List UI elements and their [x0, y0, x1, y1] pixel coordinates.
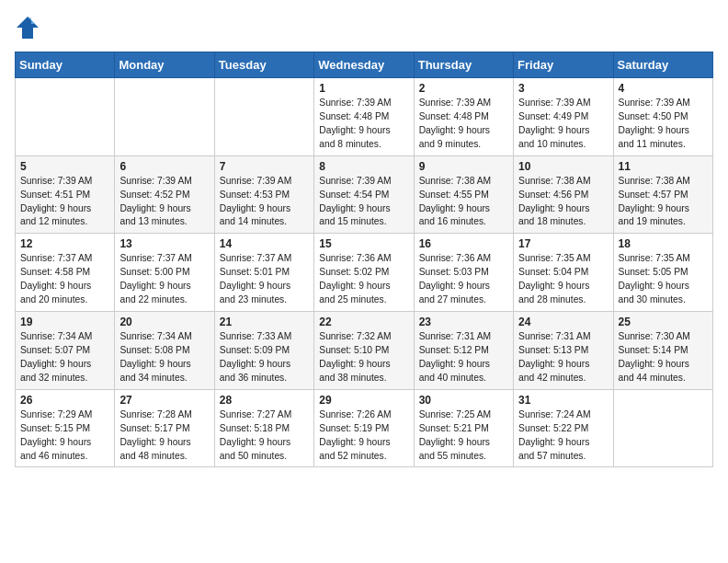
calendar-cell: 4Sunrise: 7:39 AM Sunset: 4:50 PM Daylig… [613, 78, 712, 156]
day-info: Sunrise: 7:36 AM Sunset: 5:02 PM Dayligh… [319, 252, 408, 307]
day-number: 17 [518, 237, 608, 250]
day-info: Sunrise: 7:39 AM Sunset: 4:53 PM Dayligh… [220, 175, 309, 230]
calendar-cell: 9Sunrise: 7:38 AM Sunset: 4:55 PM Daylig… [414, 155, 513, 234]
calendar-week-row: 26Sunrise: 7:29 AM Sunset: 5:15 PM Dayli… [16, 389, 713, 467]
calendar-week-row: 1Sunrise: 7:39 AM Sunset: 4:48 PM Daylig… [16, 78, 713, 156]
calendar-cell [16, 78, 115, 156]
calendar-cell: 13Sunrise: 7:37 AM Sunset: 5:00 PM Dayli… [115, 234, 214, 312]
day-number: 2 [419, 82, 508, 95]
day-info: Sunrise: 7:25 AM Sunset: 5:21 PM Dayligh… [419, 408, 508, 464]
day-number: 9 [419, 160, 508, 173]
calendar-cell: 2Sunrise: 7:39 AM Sunset: 4:48 PM Daylig… [414, 78, 513, 156]
day-number: 25 [619, 316, 708, 328]
day-number: 22 [319, 316, 408, 328]
calendar-cell: 25Sunrise: 7:30 AM Sunset: 5:14 PM Dayli… [613, 312, 712, 390]
day-number: 30 [419, 394, 508, 407]
calendar-cell: 18Sunrise: 7:35 AM Sunset: 5:05 PM Dayli… [613, 234, 712, 312]
column-header-saturday: Saturday [613, 52, 712, 78]
column-header-thursday: Thursday [414, 52, 513, 78]
day-info: Sunrise: 7:39 AM Sunset: 4:49 PM Dayligh… [518, 97, 608, 152]
day-info: Sunrise: 7:39 AM Sunset: 4:48 PM Dayligh… [319, 97, 408, 152]
day-number: 20 [119, 316, 209, 328]
column-header-wednesday: Wednesday [314, 52, 414, 78]
day-info: Sunrise: 7:38 AM Sunset: 4:56 PM Dayligh… [518, 175, 608, 230]
day-number: 16 [419, 237, 508, 250]
calendar-cell: 21Sunrise: 7:33 AM Sunset: 5:09 PM Dayli… [214, 312, 313, 390]
calendar-cell: 12Sunrise: 7:37 AM Sunset: 4:58 PM Dayli… [16, 234, 115, 312]
calendar-cell: 23Sunrise: 7:31 AM Sunset: 5:12 PM Dayli… [414, 312, 513, 390]
day-number: 4 [619, 82, 708, 95]
calendar-cell: 7Sunrise: 7:39 AM Sunset: 4:53 PM Daylig… [214, 155, 313, 234]
day-number: 13 [119, 237, 209, 250]
day-info: Sunrise: 7:38 AM Sunset: 4:57 PM Dayligh… [619, 175, 708, 230]
day-info: Sunrise: 7:33 AM Sunset: 5:09 PM Dayligh… [220, 330, 309, 385]
day-info: Sunrise: 7:35 AM Sunset: 5:05 PM Dayligh… [619, 252, 708, 307]
calendar-cell [115, 78, 214, 156]
day-number: 18 [619, 237, 708, 250]
calendar-header-row: SundayMondayTuesdayWednesdayThursdayFrid… [16, 52, 713, 78]
day-info: Sunrise: 7:34 AM Sunset: 5:08 PM Dayligh… [119, 330, 209, 385]
calendar-cell: 6Sunrise: 7:39 AM Sunset: 4:52 PM Daylig… [115, 155, 214, 234]
day-info: Sunrise: 7:37 AM Sunset: 4:58 PM Dayligh… [20, 252, 109, 307]
calendar-cell: 14Sunrise: 7:37 AM Sunset: 5:01 PM Dayli… [214, 234, 313, 312]
day-number: 26 [20, 394, 109, 407]
day-number: 24 [518, 316, 608, 328]
calendar-cell: 1Sunrise: 7:39 AM Sunset: 4:48 PM Daylig… [314, 78, 414, 156]
day-info: Sunrise: 7:35 AM Sunset: 5:04 PM Dayligh… [518, 252, 608, 307]
page-header [15, 15, 713, 40]
calendar-cell: 16Sunrise: 7:36 AM Sunset: 5:03 PM Dayli… [414, 234, 513, 312]
calendar-cell: 3Sunrise: 7:39 AM Sunset: 4:49 PM Daylig… [514, 78, 613, 156]
calendar-week-row: 5Sunrise: 7:39 AM Sunset: 4:51 PM Daylig… [16, 155, 713, 234]
day-info: Sunrise: 7:28 AM Sunset: 5:17 PM Dayligh… [119, 408, 209, 464]
day-info: Sunrise: 7:31 AM Sunset: 5:13 PM Dayligh… [518, 330, 608, 385]
day-info: Sunrise: 7:37 AM Sunset: 5:01 PM Dayligh… [220, 252, 309, 307]
day-number: 21 [220, 316, 309, 328]
day-number: 27 [119, 394, 209, 407]
day-info: Sunrise: 7:39 AM Sunset: 4:51 PM Dayligh… [20, 175, 109, 230]
day-info: Sunrise: 7:29 AM Sunset: 5:15 PM Dayligh… [20, 408, 109, 464]
calendar-cell: 17Sunrise: 7:35 AM Sunset: 5:04 PM Dayli… [514, 234, 613, 312]
calendar-week-row: 12Sunrise: 7:37 AM Sunset: 4:58 PM Dayli… [16, 234, 713, 312]
day-info: Sunrise: 7:27 AM Sunset: 5:18 PM Dayligh… [220, 408, 309, 464]
calendar-cell: 10Sunrise: 7:38 AM Sunset: 4:56 PM Dayli… [514, 155, 613, 234]
day-number: 29 [319, 394, 408, 407]
calendar-cell [214, 78, 313, 156]
calendar-cell: 28Sunrise: 7:27 AM Sunset: 5:18 PM Dayli… [214, 389, 313, 467]
calendar-cell: 29Sunrise: 7:26 AM Sunset: 5:19 PM Dayli… [314, 389, 414, 467]
day-info: Sunrise: 7:37 AM Sunset: 5:00 PM Dayligh… [119, 252, 209, 307]
day-number: 23 [419, 316, 508, 328]
day-info: Sunrise: 7:38 AM Sunset: 4:55 PM Dayligh… [419, 175, 508, 230]
calendar-cell: 15Sunrise: 7:36 AM Sunset: 5:02 PM Dayli… [314, 234, 414, 312]
day-number: 7 [220, 160, 309, 173]
day-number: 10 [518, 160, 608, 173]
day-info: Sunrise: 7:34 AM Sunset: 5:07 PM Dayligh… [20, 330, 109, 385]
day-number: 12 [20, 237, 109, 250]
day-number: 1 [319, 82, 408, 95]
calendar-cell: 24Sunrise: 7:31 AM Sunset: 5:13 PM Dayli… [514, 312, 613, 390]
day-info: Sunrise: 7:36 AM Sunset: 5:03 PM Dayligh… [419, 252, 508, 307]
day-number: 8 [319, 160, 408, 173]
day-info: Sunrise: 7:32 AM Sunset: 5:10 PM Dayligh… [319, 330, 408, 385]
calendar-cell: 30Sunrise: 7:25 AM Sunset: 5:21 PM Dayli… [414, 389, 513, 467]
day-info: Sunrise: 7:39 AM Sunset: 4:48 PM Dayligh… [419, 97, 508, 152]
calendar-cell: 11Sunrise: 7:38 AM Sunset: 4:57 PM Dayli… [613, 155, 712, 234]
day-info: Sunrise: 7:31 AM Sunset: 5:12 PM Dayligh… [419, 330, 508, 385]
calendar-cell: 19Sunrise: 7:34 AM Sunset: 5:07 PM Dayli… [16, 312, 115, 390]
calendar-cell: 8Sunrise: 7:39 AM Sunset: 4:54 PM Daylig… [314, 155, 414, 234]
day-info: Sunrise: 7:24 AM Sunset: 5:22 PM Dayligh… [518, 408, 608, 464]
logo-icon [15, 15, 40, 40]
column-header-sunday: Sunday [16, 52, 115, 78]
day-number: 3 [518, 82, 608, 95]
day-number: 28 [220, 394, 309, 407]
day-number: 15 [319, 237, 408, 250]
calendar-table: SundayMondayTuesdayWednesdayThursdayFrid… [15, 52, 713, 467]
day-number: 6 [119, 160, 209, 173]
calendar-cell: 20Sunrise: 7:34 AM Sunset: 5:08 PM Dayli… [115, 312, 214, 390]
calendar-cell: 5Sunrise: 7:39 AM Sunset: 4:51 PM Daylig… [16, 155, 115, 234]
column-header-monday: Monday [115, 52, 214, 78]
column-header-friday: Friday [514, 52, 613, 78]
day-info: Sunrise: 7:39 AM Sunset: 4:50 PM Dayligh… [619, 97, 708, 152]
day-number: 14 [220, 237, 309, 250]
calendar-cell: 22Sunrise: 7:32 AM Sunset: 5:10 PM Dayli… [314, 312, 414, 390]
calendar-cell: 26Sunrise: 7:29 AM Sunset: 5:15 PM Dayli… [16, 389, 115, 467]
